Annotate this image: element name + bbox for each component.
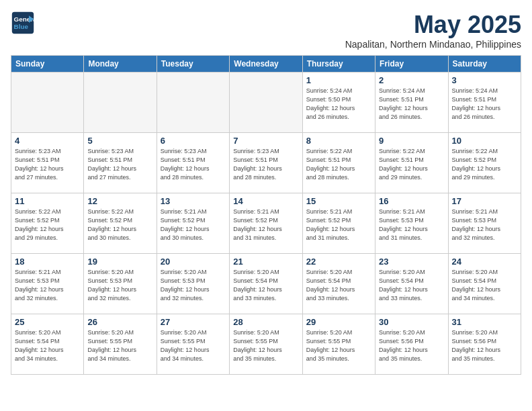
day-info: Sunrise: 5:21 AM Sunset: 5:53 PM Dayligh… (452, 208, 517, 242)
calendar-cell: 5Sunrise: 5:23 AM Sunset: 5:51 PM Daylig… (84, 133, 157, 193)
calendar-cell (157, 73, 229, 133)
day-info: Sunrise: 5:20 AM Sunset: 5:55 PM Dayligh… (161, 328, 226, 363)
logo: General Blue (11, 11, 35, 35)
day-info: Sunrise: 5:20 AM Sunset: 5:53 PM Dayligh… (87, 268, 152, 303)
day-number: 29 (306, 317, 371, 327)
calendar-cell: 31Sunrise: 5:20 AM Sunset: 5:56 PM Dayli… (448, 314, 521, 375)
day-number: 30 (379, 317, 444, 327)
weekday-header-saturday: Saturday (448, 56, 521, 73)
day-info: Sunrise: 5:22 AM Sunset: 5:51 PM Dayligh… (306, 147, 371, 182)
day-info: Sunrise: 5:21 AM Sunset: 5:52 PM Dayligh… (233, 208, 298, 242)
day-number: 21 (233, 257, 298, 267)
day-info: Sunrise: 5:24 AM Sunset: 5:51 PM Dayligh… (452, 87, 517, 122)
day-number: 23 (379, 257, 444, 267)
day-info: Sunrise: 5:23 AM Sunset: 5:51 PM Dayligh… (87, 147, 152, 182)
day-number: 24 (452, 257, 517, 267)
calendar-cell: 19Sunrise: 5:20 AM Sunset: 5:53 PM Dayli… (84, 254, 157, 314)
day-number: 12 (87, 196, 152, 206)
calendar-cell: 10Sunrise: 5:22 AM Sunset: 5:52 PM Dayli… (448, 133, 521, 193)
calendar-cell: 3Sunrise: 5:24 AM Sunset: 5:51 PM Daylig… (448, 73, 521, 133)
day-number: 16 (379, 196, 444, 206)
day-info: Sunrise: 5:20 AM Sunset: 5:55 PM Dayligh… (233, 328, 298, 363)
day-info: Sunrise: 5:20 AM Sunset: 5:56 PM Dayligh… (379, 328, 444, 363)
calendar-cell: 8Sunrise: 5:22 AM Sunset: 5:51 PM Daylig… (302, 133, 375, 193)
logo-icon: General Blue (11, 11, 35, 35)
day-number: 31 (452, 317, 517, 327)
calendar-cell: 12Sunrise: 5:22 AM Sunset: 5:52 PM Dayli… (84, 193, 157, 254)
calendar-week-4: 18Sunrise: 5:21 AM Sunset: 5:53 PM Dayli… (11, 254, 521, 314)
day-info: Sunrise: 5:20 AM Sunset: 5:53 PM Dayligh… (161, 268, 226, 303)
weekday-header-thursday: Thursday (302, 56, 375, 73)
calendar-cell: 14Sunrise: 5:21 AM Sunset: 5:52 PM Dayli… (230, 193, 302, 254)
calendar-cell: 21Sunrise: 5:20 AM Sunset: 5:54 PM Dayli… (230, 254, 302, 314)
calendar-cell: 17Sunrise: 5:21 AM Sunset: 5:53 PM Dayli… (448, 193, 521, 254)
day-number: 2 (379, 75, 444, 85)
weekday-header-sunday: Sunday (11, 56, 84, 73)
calendar-cell: 16Sunrise: 5:21 AM Sunset: 5:53 PM Dayli… (375, 193, 448, 254)
calendar-cell: 30Sunrise: 5:20 AM Sunset: 5:56 PM Dayli… (375, 314, 448, 375)
calendar-cell: 18Sunrise: 5:21 AM Sunset: 5:53 PM Dayli… (11, 254, 84, 314)
day-info: Sunrise: 5:21 AM Sunset: 5:52 PM Dayligh… (161, 208, 226, 242)
day-info: Sunrise: 5:20 AM Sunset: 5:54 PM Dayligh… (452, 268, 517, 303)
day-info: Sunrise: 5:20 AM Sunset: 5:54 PM Dayligh… (15, 328, 80, 363)
calendar-cell: 24Sunrise: 5:20 AM Sunset: 5:54 PM Dayli… (448, 254, 521, 314)
weekday-header-friday: Friday (375, 56, 448, 73)
day-info: Sunrise: 5:22 AM Sunset: 5:51 PM Dayligh… (379, 147, 444, 182)
day-info: Sunrise: 5:20 AM Sunset: 5:54 PM Dayligh… (379, 268, 444, 303)
calendar-cell: 29Sunrise: 5:20 AM Sunset: 5:55 PM Dayli… (302, 314, 375, 375)
day-info: Sunrise: 5:24 AM Sunset: 5:51 PM Dayligh… (379, 87, 444, 122)
day-info: Sunrise: 5:22 AM Sunset: 5:52 PM Dayligh… (87, 208, 152, 242)
day-number: 20 (161, 257, 226, 267)
calendar-cell (84, 73, 157, 133)
calendar-cell: 7Sunrise: 5:23 AM Sunset: 5:51 PM Daylig… (230, 133, 302, 193)
day-number: 7 (233, 136, 298, 146)
weekday-header-row: SundayMondayTuesdayWednesdayThursdayFrid… (11, 56, 521, 73)
calendar-cell: 2Sunrise: 5:24 AM Sunset: 5:51 PM Daylig… (375, 73, 448, 133)
day-info: Sunrise: 5:20 AM Sunset: 5:56 PM Dayligh… (452, 328, 517, 363)
day-info: Sunrise: 5:23 AM Sunset: 5:51 PM Dayligh… (233, 147, 298, 182)
calendar-cell: 9Sunrise: 5:22 AM Sunset: 5:51 PM Daylig… (375, 133, 448, 193)
day-number: 14 (233, 196, 298, 206)
day-info: Sunrise: 5:24 AM Sunset: 5:50 PM Dayligh… (306, 87, 371, 122)
day-number: 5 (87, 136, 152, 146)
calendar-cell: 27Sunrise: 5:20 AM Sunset: 5:55 PM Dayli… (157, 314, 229, 375)
calendar-cell: 11Sunrise: 5:22 AM Sunset: 5:52 PM Dayli… (11, 193, 84, 254)
day-number: 3 (452, 75, 517, 85)
month-title: May 2025 (345, 11, 521, 39)
calendar-cell: 25Sunrise: 5:20 AM Sunset: 5:54 PM Dayli… (11, 314, 84, 375)
calendar-header: SundayMondayTuesdayWednesdayThursdayFrid… (11, 56, 521, 73)
calendar-cell: 4Sunrise: 5:23 AM Sunset: 5:51 PM Daylig… (11, 133, 84, 193)
day-info: Sunrise: 5:22 AM Sunset: 5:52 PM Dayligh… (452, 147, 517, 182)
day-info: Sunrise: 5:21 AM Sunset: 5:52 PM Dayligh… (306, 208, 371, 242)
title-block: May 2025 Napalitan, Northern Mindanao, P… (345, 11, 521, 50)
calendar-table: SundayMondayTuesdayWednesdayThursdayFrid… (11, 55, 521, 375)
day-info: Sunrise: 5:23 AM Sunset: 5:51 PM Dayligh… (15, 147, 80, 182)
weekday-header-wednesday: Wednesday (230, 56, 302, 73)
calendar-cell: 13Sunrise: 5:21 AM Sunset: 5:52 PM Dayli… (157, 193, 229, 254)
calendar-cell (11, 73, 84, 133)
day-number: 25 (15, 317, 80, 327)
day-info: Sunrise: 5:20 AM Sunset: 5:55 PM Dayligh… (87, 328, 152, 363)
calendar-week-2: 4Sunrise: 5:23 AM Sunset: 5:51 PM Daylig… (11, 133, 521, 193)
calendar-cell: 28Sunrise: 5:20 AM Sunset: 5:55 PM Dayli… (230, 314, 302, 375)
day-info: Sunrise: 5:20 AM Sunset: 5:54 PM Dayligh… (306, 268, 371, 303)
day-number: 6 (161, 136, 226, 146)
day-number: 22 (306, 257, 371, 267)
day-number: 8 (306, 136, 371, 146)
day-number: 9 (379, 136, 444, 146)
day-info: Sunrise: 5:20 AM Sunset: 5:54 PM Dayligh… (233, 268, 298, 303)
day-number: 11 (15, 196, 80, 206)
day-number: 13 (161, 196, 226, 206)
calendar-cell: 26Sunrise: 5:20 AM Sunset: 5:55 PM Dayli… (84, 314, 157, 375)
day-number: 15 (306, 196, 371, 206)
day-number: 4 (15, 136, 80, 146)
day-info: Sunrise: 5:22 AM Sunset: 5:52 PM Dayligh… (15, 208, 80, 242)
weekday-header-tuesday: Tuesday (157, 56, 229, 73)
calendar-week-3: 11Sunrise: 5:22 AM Sunset: 5:52 PM Dayli… (11, 193, 521, 254)
calendar-cell: 1Sunrise: 5:24 AM Sunset: 5:50 PM Daylig… (302, 73, 375, 133)
calendar-cell (230, 73, 302, 133)
day-number: 26 (87, 317, 152, 327)
day-number: 28 (233, 317, 298, 327)
calendar-cell: 6Sunrise: 5:23 AM Sunset: 5:51 PM Daylig… (157, 133, 229, 193)
calendar-week-5: 25Sunrise: 5:20 AM Sunset: 5:54 PM Dayli… (11, 314, 521, 375)
